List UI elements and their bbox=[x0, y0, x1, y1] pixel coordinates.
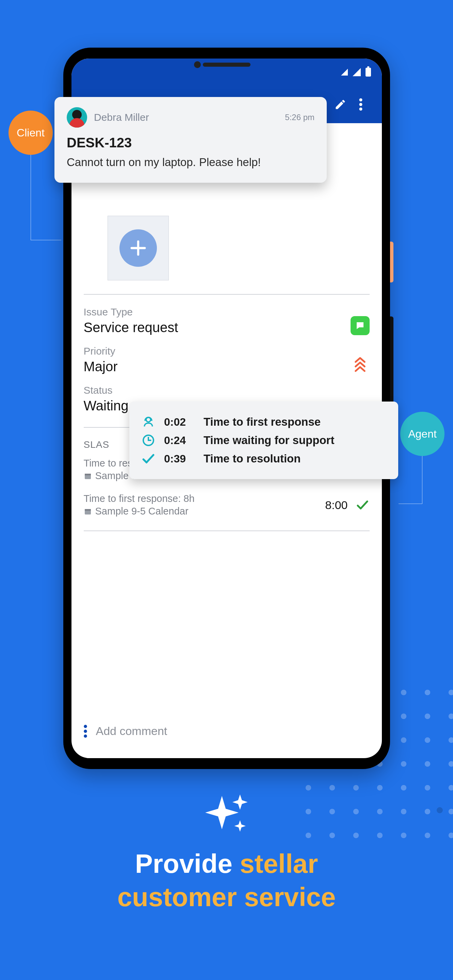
field-label: Status bbox=[84, 385, 370, 396]
client-badge: Client bbox=[8, 111, 53, 155]
signal-icon bbox=[353, 68, 361, 76]
divider bbox=[84, 530, 370, 531]
field-value: Service request bbox=[84, 320, 351, 335]
comment-placeholder: Add comment bbox=[96, 724, 167, 738]
more-button[interactable] bbox=[351, 94, 371, 115]
add-attachment-button[interactable] bbox=[108, 216, 169, 280]
field-label: Issue Type bbox=[84, 306, 351, 318]
message-time: 5:26 pm bbox=[285, 113, 315, 122]
ticket-id: DESK-123 bbox=[67, 135, 315, 150]
sla-timer-row: 0:39 Time to resolution bbox=[141, 451, 387, 466]
priority-chevrons-icon bbox=[351, 355, 370, 374]
more-vertical-icon bbox=[84, 725, 87, 738]
sla-timer-label: Time to first response bbox=[203, 415, 321, 428]
field-issue-type[interactable]: Issue Type Service request bbox=[84, 306, 370, 335]
sla-description: Time to first response: 8h bbox=[84, 493, 325, 504]
plus-circle-icon bbox=[119, 229, 157, 267]
message-author: Debra Miller bbox=[94, 111, 278, 123]
sla-timer-value: 0:39 bbox=[164, 453, 196, 465]
divider bbox=[84, 294, 370, 295]
sla-timer-value: 0:02 bbox=[164, 416, 196, 428]
sla-timers-tooltip: 0:02 Time to first response 0:24 Time wa… bbox=[129, 401, 398, 479]
phone-speaker bbox=[203, 63, 251, 67]
calendar-icon bbox=[84, 508, 92, 515]
headset-icon bbox=[141, 414, 156, 430]
tagline-word: customer service bbox=[118, 882, 336, 912]
field-priority[interactable]: Priority Major bbox=[84, 345, 370, 374]
more-vertical-icon bbox=[359, 98, 362, 111]
tagline-word: Provide bbox=[135, 849, 232, 878]
wifi-icon bbox=[341, 69, 348, 76]
svg-point-11 bbox=[84, 725, 87, 728]
check-icon bbox=[141, 451, 156, 466]
sla-timer-label: Time waiting for support bbox=[203, 434, 334, 447]
svg-point-1 bbox=[359, 98, 362, 102]
sla-timer-label: Time to resolution bbox=[203, 452, 300, 465]
field-icon bbox=[351, 316, 370, 335]
svg-point-12 bbox=[84, 730, 87, 733]
field-label: Priority bbox=[84, 345, 351, 357]
check-icon bbox=[355, 498, 370, 512]
svg-point-3 bbox=[359, 108, 362, 111]
clock-outline-icon bbox=[141, 433, 156, 448]
phone-camera bbox=[194, 61, 201, 68]
calendar-icon bbox=[84, 472, 92, 480]
marketing-tagline: Provide stellar customer service bbox=[0, 793, 453, 914]
sla-timer-row: 0:24 Time waiting for support bbox=[141, 433, 387, 448]
svg-point-13 bbox=[84, 734, 87, 738]
avatar bbox=[67, 107, 87, 127]
add-comment-bar[interactable]: Add comment bbox=[72, 715, 382, 747]
field-value: Major bbox=[84, 359, 351, 374]
ticket-message-card: Debra Miller 5:26 pm DESK-123 Cannot tur… bbox=[54, 97, 327, 183]
agent-badge: Agent bbox=[400, 412, 445, 456]
sla-calendar: Sample 9-5 Calendar bbox=[95, 506, 189, 517]
phone-side-button bbox=[390, 242, 393, 282]
sla-timer-row: 0:02 Time to first response bbox=[141, 414, 387, 430]
svg-point-2 bbox=[359, 103, 362, 106]
svg-rect-7 bbox=[85, 474, 91, 476]
pencil-icon bbox=[334, 98, 347, 111]
tagline-word: stellar bbox=[240, 849, 318, 878]
sparkle-icon bbox=[203, 793, 251, 837]
sla-time: 8:00 bbox=[325, 498, 348, 512]
chat-bubble-icon bbox=[351, 316, 370, 335]
svg-rect-10 bbox=[85, 509, 91, 511]
edit-button[interactable] bbox=[330, 94, 351, 115]
battery-icon bbox=[366, 68, 371, 76]
connector-line bbox=[399, 504, 422, 504]
sla-timer-value: 0:24 bbox=[164, 434, 196, 447]
message-body: Cannot turn on my laptop. Please help! bbox=[67, 155, 315, 170]
sla-row: Time to first response: 8h Sample 9-5 Ca… bbox=[84, 493, 370, 517]
phone-side-button bbox=[390, 317, 393, 412]
